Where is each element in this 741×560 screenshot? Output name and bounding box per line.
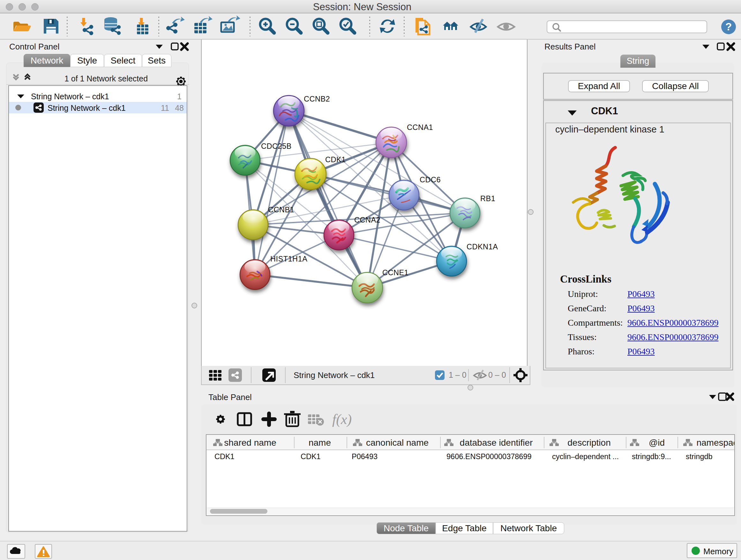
svg-text:9606.ENSP00000378699: 9606.ENSP00000378699	[447, 452, 532, 461]
svg-text:CDC6: CDC6	[420, 176, 441, 184]
svg-text:@id: @id	[649, 438, 665, 448]
svg-text:HIST1H1A: HIST1H1A	[270, 255, 307, 263]
svg-text:P06493: P06493	[352, 452, 378, 461]
svg-text:CDKN1A: CDKN1A	[467, 243, 498, 251]
svg-text:CCNA2: CCNA2	[354, 216, 381, 224]
svg-text:CCNB2: CCNB2	[304, 95, 330, 103]
svg-text:CDK1: CDK1	[325, 155, 346, 164]
svg-text:?: ?	[725, 21, 732, 33]
svg-text:namespac: namespac	[696, 438, 734, 448]
svg-text:cyclin–dependent ...: cyclin–dependent ...	[552, 452, 619, 461]
svg-text:stringdb:9...: stringdb:9...	[632, 452, 671, 461]
svg-text:CDK1: CDK1	[214, 452, 234, 461]
svg-text:stringdb: stringdb	[686, 452, 713, 461]
svg-text:CDC25B: CDC25B	[261, 142, 292, 150]
svg-text:String Network – cdk1: String Network – cdk1	[293, 370, 375, 380]
svg-text:database identifier: database identifier	[460, 438, 533, 448]
svg-text:canonical name: canonical name	[366, 438, 428, 448]
svg-text:1 – 0: 1 – 0	[449, 370, 467, 379]
svg-text:0 – 0: 0 – 0	[488, 370, 506, 379]
svg-text:name: name	[309, 438, 331, 448]
svg-text:CDK1: CDK1	[300, 452, 321, 461]
svg-text:shared name: shared name	[224, 438, 276, 448]
svg-text:RB1: RB1	[480, 194, 495, 203]
svg-text:CCNE1: CCNE1	[382, 268, 408, 277]
svg-text:CCNB1: CCNB1	[268, 206, 294, 214]
svg-text:description: description	[567, 438, 610, 448]
svg-text:f(x): f(x)	[332, 412, 352, 427]
svg-text:CCNA1: CCNA1	[407, 123, 433, 132]
